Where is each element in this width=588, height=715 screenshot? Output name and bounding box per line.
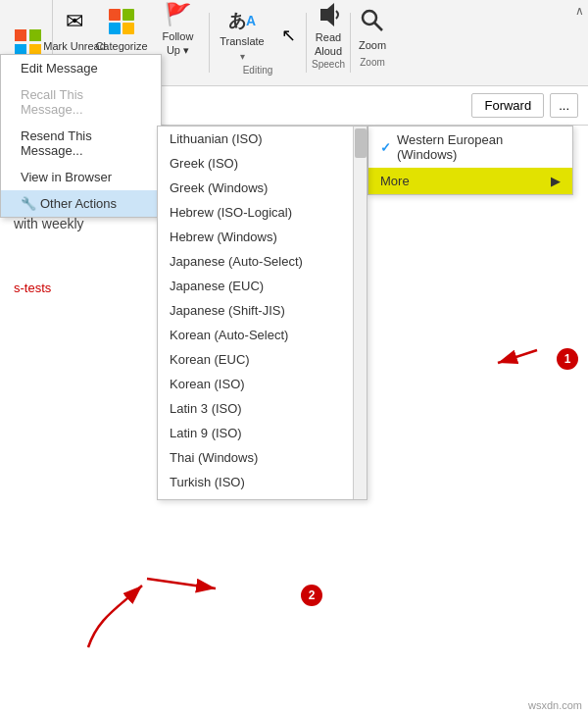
menu-item-view-browser[interactable]: View in Browser xyxy=(1,164,161,190)
forward-button[interactable]: Forward xyxy=(471,93,544,118)
zoom-button[interactable]: Zoom xyxy=(355,0,390,57)
lang-item[interactable]: Greek (ISO) xyxy=(158,151,367,176)
lang-item[interactable]: Latin 9 (ISO) xyxy=(158,421,367,445)
lang-item[interactable]: Korean (ISO) xyxy=(158,372,367,396)
lang-item[interactable]: Lithuanian (ISO) xyxy=(158,127,367,151)
read-aloud-icon xyxy=(313,1,344,28)
zoom-label-section: Zoom xyxy=(360,57,385,68)
mark-unread-icon: ✉ xyxy=(59,6,90,37)
lang-item[interactable]: Thai (Windows) xyxy=(158,445,367,470)
lang-item[interactable]: Turkish (Windows) xyxy=(158,494,367,499)
translate-arrow: ▾ xyxy=(240,51,245,62)
editing-label: Editing xyxy=(243,65,273,76)
annotation-circle-2: 2 xyxy=(301,585,322,606)
translate-button[interactable]: あA Translate ▾ xyxy=(214,6,270,65)
menu-item-resend[interactable]: Resend This Message... xyxy=(1,123,161,164)
svg-marker-4 xyxy=(320,3,334,26)
lang-item[interactable]: Greek (Windows) xyxy=(158,176,367,200)
annotation-circle-1: 1 xyxy=(557,348,578,370)
scrollbar-thumb[interactable] xyxy=(355,128,367,158)
categorize-button[interactable]: Categorize xyxy=(92,0,151,59)
zoom-section: Zoom Zoom xyxy=(355,0,390,85)
follow-up-label: FollowUp ▾ xyxy=(163,30,194,56)
menu-item-other-actions[interactable]: 🔧 Other Actions xyxy=(1,190,161,217)
more-label: More xyxy=(380,174,410,188)
menu-item-recall: Recall This Message... xyxy=(1,81,161,123)
read-aloud-label: ReadAloud xyxy=(315,31,342,57)
lang-item[interactable]: Korean (EUC) xyxy=(158,347,367,372)
lang-item[interactable]: Hebrew (ISO-Logical) xyxy=(158,200,367,225)
western-panel: ✓ Western European (Windows) More ▶ xyxy=(368,126,573,195)
translate-icon: あA xyxy=(226,9,258,32)
lang-item[interactable]: Korean (Auto-Select) xyxy=(158,323,367,347)
we-checked-item[interactable]: ✓ Western European (Windows) xyxy=(368,127,572,168)
svg-rect-2 xyxy=(109,23,121,34)
cursor-icon: ↖ xyxy=(272,20,304,51)
other-actions-label: Other Actions xyxy=(40,196,117,211)
we-item-label: Western European (Windows) xyxy=(397,132,561,162)
svg-point-5 xyxy=(363,11,376,25)
lang-item[interactable]: Japanese (Auto-Select) xyxy=(158,249,367,274)
language-dropdown: Lithuanian (ISO)Greek (ISO)Greek (Window… xyxy=(157,126,368,500)
editing-icons-row: あA Translate ▾ ↖ xyxy=(214,0,302,65)
categorize-icon xyxy=(106,6,137,37)
lang-item[interactable]: Hebrew (Windows) xyxy=(158,225,367,249)
other-actions-icon: 🔧 xyxy=(21,196,36,211)
body-snippet2: with weekly xyxy=(14,216,84,231)
lang-item[interactable]: Japanese (EUC) xyxy=(158,274,367,298)
context-menu: Edit Message Recall This Message... Rese… xyxy=(0,54,162,218)
sep2 xyxy=(306,13,307,73)
more-button[interactable]: More ▶ xyxy=(368,168,572,194)
categorize-label: Categorize xyxy=(95,40,147,53)
sep1 xyxy=(209,13,210,73)
annotation-1-label: 1 xyxy=(564,352,571,366)
lang-list-container: Lithuanian (ISO)Greek (ISO)Greek (Window… xyxy=(158,127,367,499)
svg-rect-3 xyxy=(122,23,134,34)
lang-item[interactable]: Turkish (ISO) xyxy=(158,470,367,494)
follow-up-icon: 🚩 xyxy=(163,2,194,27)
annotation-2-label: 2 xyxy=(309,588,316,602)
zoom-label: Zoom xyxy=(359,39,386,52)
svg-rect-0 xyxy=(109,9,121,21)
mark-unread-button[interactable]: ✉ Mark Unread xyxy=(57,0,92,59)
menu-item-edit-message[interactable]: Edit Message xyxy=(1,55,161,81)
svg-line-6 xyxy=(374,23,382,30)
lang-scrollbar xyxy=(353,127,367,499)
ribbon-collapse-icon[interactable]: ∧ xyxy=(575,4,584,18)
lang-item[interactable]: Latin 3 (ISO) xyxy=(158,396,367,421)
speech-section: ReadAloud Speech xyxy=(311,0,346,85)
ms-sq-green xyxy=(29,29,41,41)
ms-sq-red xyxy=(15,29,26,41)
translate-label: Translate xyxy=(220,35,264,48)
read-aloud-button[interactable]: ReadAloud xyxy=(311,0,346,59)
sep3 xyxy=(350,13,351,73)
watermark: wsxdn.com xyxy=(528,699,582,711)
svg-rect-1 xyxy=(122,9,134,21)
speech-label: Speech xyxy=(312,59,345,70)
more-options-button[interactable]: ... xyxy=(550,93,578,118)
ms-logo-icon xyxy=(15,29,42,57)
follow-up-button[interactable]: 🚩 FollowUp ▾ xyxy=(151,0,205,59)
editing-section: あA Translate ▾ ↖ Editing xyxy=(214,0,302,85)
zoom-icon xyxy=(357,5,388,36)
we-checkmark: ✓ xyxy=(380,140,391,155)
lang-list[interactable]: Lithuanian (ISO)Greek (ISO)Greek (Window… xyxy=(158,127,367,499)
cursor-button[interactable]: ↖ xyxy=(274,6,302,65)
lang-item[interactable]: Japanese (Shift-JIS) xyxy=(158,298,367,323)
more-arrow: ▶ xyxy=(551,174,561,188)
